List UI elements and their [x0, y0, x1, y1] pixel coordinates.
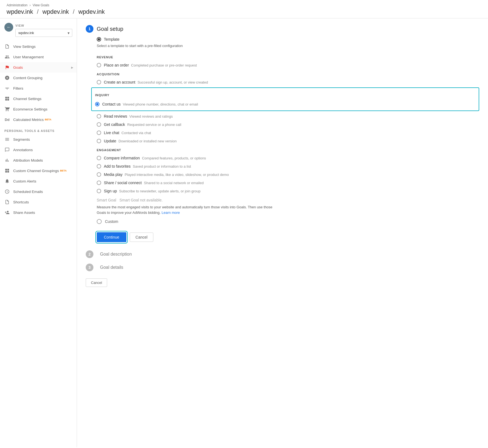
radio-update[interactable]	[97, 139, 101, 143]
channel-settings-icon	[4, 96, 10, 101]
custom-channel-label: Custom Channel Groupings	[13, 169, 59, 173]
goal-option-create-account[interactable]: Create an account Successful sign up, ac…	[86, 78, 479, 86]
radio-create-account[interactable]	[97, 80, 101, 84]
get-callback-name: Get callback	[104, 122, 125, 127]
smart-goal-status: Smart Goal not available.	[120, 198, 163, 202]
share-social-name: Share / social connect	[104, 181, 142, 185]
sidebar-item-attribution[interactable]: Attribution Models	[0, 155, 77, 165]
sidebar-item-ecommerce[interactable]: Ecommerce Settings	[0, 104, 77, 114]
view-settings-label: View Settings	[13, 45, 36, 49]
goal-option-add-favorites[interactable]: Add to favorites Saved product or inform…	[86, 162, 479, 170]
radio-place-order[interactable]	[97, 63, 101, 67]
step2-title: Goal description	[100, 252, 132, 257]
sidebar-item-segments[interactable]: Segments	[0, 134, 77, 145]
channel-settings-label: Channel Settings	[13, 97, 41, 101]
radio-media-play[interactable]	[97, 172, 101, 177]
sidebar-item-content-grouping[interactable]: Content Grouping	[0, 73, 77, 83]
annotations-icon	[4, 147, 10, 153]
shortcuts-icon	[4, 199, 10, 205]
inquiry-header: INQUIRY	[95, 90, 475, 99]
template-subtitle: Select a template to start with a pre-fi…	[86, 44, 479, 48]
header: Administration › View Goals wpdev.ink / …	[0, 0, 488, 18]
engagement-header: ENGAGEMENT	[86, 145, 479, 154]
sidebar: ← VIEW wpdev.ink View Settings User Mana…	[0, 18, 77, 447]
step2-row: 2 Goal description	[86, 248, 479, 261]
goals-label: Goals	[13, 65, 23, 70]
sidebar-item-channel-settings[interactable]: Channel Settings	[0, 93, 77, 104]
step3-circle: 3	[86, 264, 93, 271]
view-settings-icon	[4, 44, 10, 49]
radio-share-social[interactable]	[97, 181, 101, 185]
filters-label: Filters	[13, 86, 23, 90]
inquiry-box: INQUIRY Contact us Viewed phone number, …	[91, 87, 479, 111]
step3-row: 3 Goal details	[86, 261, 479, 274]
svg-rect-6	[5, 171, 7, 173]
radio-get-callback[interactable]	[97, 122, 101, 127]
contact-us-desc: Viewed phone number, directions, chat or…	[123, 102, 198, 106]
radio-live-chat[interactable]	[97, 131, 101, 135]
template-radio[interactable]	[97, 37, 101, 42]
calculated-metrics-icon: Dd	[4, 117, 10, 122]
radio-custom[interactable]	[97, 219, 102, 224]
calculated-metrics-label: Calculated Metrics	[13, 118, 44, 122]
radio-read-reviews[interactable]	[97, 114, 101, 118]
continue-button[interactable]: Continue	[97, 232, 126, 242]
place-order-desc: Completed purchase or pre-order request	[131, 63, 197, 67]
svg-rect-7	[7, 171, 9, 173]
goal-option-get-callback[interactable]: Get callback Requested service or a phon…	[86, 120, 479, 129]
goal-option-read-reviews[interactable]: Read reviews Viewed reviews and ratings	[86, 112, 479, 120]
add-favorites-name: Add to favorites	[104, 164, 131, 168]
learn-more-link[interactable]: Learn more	[162, 211, 180, 215]
goal-option-share-social[interactable]: Share / social connect Shared to a socia…	[86, 179, 479, 187]
goal-option-contact-us[interactable]: Contact us Viewed phone number, directio…	[95, 100, 475, 108]
sidebar-item-annotations[interactable]: Annotations	[0, 145, 77, 155]
sidebar-item-custom-alerts[interactable]: Custom Alerts	[0, 176, 77, 186]
goal-option-compare-info[interactable]: Compare information Compared features, p…	[86, 154, 479, 162]
goal-option-update[interactable]: Update Downloaded or installed new versi…	[86, 137, 479, 145]
template-row[interactable]: Template	[86, 37, 479, 42]
ecommerce-icon	[4, 106, 10, 112]
create-account-desc: Successful sign up, account, or view cre…	[137, 80, 208, 84]
cancel-button[interactable]: Cancel	[130, 233, 153, 242]
goal-option-place-order[interactable]: Place an order Completed purchase or pre…	[86, 61, 479, 69]
back-button[interactable]: ←	[4, 23, 13, 32]
custom-row[interactable]: Custom	[86, 216, 479, 227]
sidebar-item-view-settings[interactable]: View Settings	[0, 41, 77, 52]
sidebar-item-filters[interactable]: Filters	[0, 83, 77, 93]
radio-sign-up[interactable]	[97, 189, 101, 193]
radio-add-favorites[interactable]	[97, 164, 101, 168]
attribution-label: Attribution Models	[13, 158, 43, 162]
custom-channel-icon	[4, 168, 10, 173]
bottom-cancel-button[interactable]: Cancel	[86, 278, 107, 287]
custom-channel-beta: BETA	[60, 169, 67, 172]
sidebar-item-share-assets[interactable]: Share Assets	[0, 207, 77, 218]
live-chat-name: Live chat	[104, 131, 119, 135]
contact-us-name: Contact us	[102, 102, 121, 106]
sidebar-item-shortcuts[interactable]: Shortcuts	[0, 197, 77, 207]
step2-circle: 2	[86, 250, 93, 258]
sidebar-item-calculated-metrics[interactable]: Dd Calculated Metrics BETA	[0, 114, 77, 125]
sidebar-item-goals[interactable]: Goals	[0, 62, 77, 73]
svg-rect-2	[5, 99, 7, 101]
view-select-input[interactable]: wpdev.ink	[15, 29, 72, 37]
personal-tools-label: PERSONAL TOOLS & ASSETS	[0, 125, 77, 134]
breadcrumb: Administration › View Goals	[7, 3, 481, 7]
custom-label: Custom	[105, 219, 118, 224]
update-desc: Downloaded or installed new version	[118, 139, 177, 143]
compare-info-name: Compare information	[104, 156, 140, 160]
view-select-wrapper[interactable]: wpdev.ink	[15, 29, 72, 37]
read-reviews-desc: Viewed reviews and ratings	[129, 114, 173, 118]
sidebar-item-custom-channel[interactable]: Custom Channel Groupings BETA	[0, 165, 77, 176]
sidebar-item-user-management[interactable]: User Management	[0, 52, 77, 62]
smart-goal-label: Smart Goal	[97, 198, 116, 202]
radio-contact-us[interactable]	[95, 102, 99, 106]
goal-option-media-play[interactable]: Media play Played interactive media, lik…	[86, 170, 479, 179]
segments-label: Segments	[13, 137, 30, 142]
scheduled-emails-icon	[4, 189, 10, 194]
goal-option-sign-up[interactable]: Sign up Subscribe to newsletter, update …	[86, 187, 479, 195]
goal-option-live-chat[interactable]: Live chat Contacted via chat	[86, 129, 479, 137]
sidebar-item-scheduled-emails[interactable]: Scheduled Emails	[0, 186, 77, 197]
add-favorites-desc: Saved product or information to a list	[133, 164, 191, 168]
radio-compare-info[interactable]	[97, 156, 101, 160]
goals-icon	[4, 65, 10, 70]
